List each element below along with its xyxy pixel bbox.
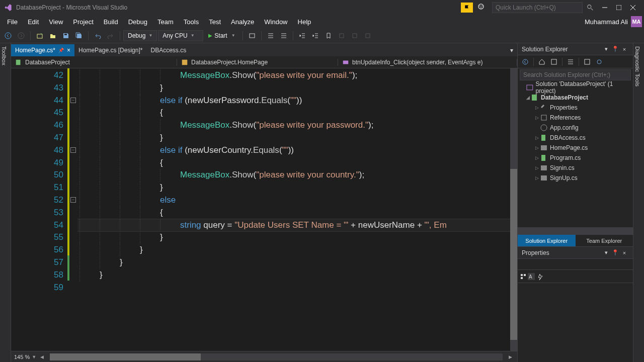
toolbar-btn-6[interactable] xyxy=(362,30,374,42)
menu-tools[interactable]: Tools xyxy=(179,16,204,28)
close-button[interactable] xyxy=(626,3,640,13)
nav-fwd-button[interactable] xyxy=(15,30,27,42)
menu-file[interactable]: File xyxy=(2,16,23,28)
fold-toggle[interactable]: − xyxy=(70,147,76,153)
home-icon[interactable] xyxy=(536,56,547,67)
menu-analyze[interactable]: Analyze xyxy=(226,16,259,28)
method-context[interactable]: btnUpdateInfo_Click(object sender, Event… xyxy=(338,59,517,66)
toolbar-btn-2[interactable] xyxy=(265,30,277,42)
vertical-scrollbar[interactable] xyxy=(510,68,517,351)
svg-rect-28 xyxy=(541,155,545,161)
tab-overflow-button[interactable]: ▾ xyxy=(506,44,517,56)
sync-button[interactable] xyxy=(548,56,559,67)
menu-bar: File Edit View Project Build Debug Team … xyxy=(0,15,644,28)
user-name[interactable]: Muhammad Ali xyxy=(585,18,628,26)
hscroll-right[interactable]: ▶ xyxy=(507,354,514,359)
search-icon[interactable] xyxy=(587,4,594,11)
collapse-button[interactable] xyxy=(565,56,576,67)
main-toolbar: Debug▼ Any CPU▼ ▶Start▼ xyxy=(0,28,644,43)
open-button[interactable] xyxy=(47,30,59,42)
tree-properties[interactable]: ▷Properties xyxy=(518,103,633,113)
vs-logo-icon xyxy=(4,4,12,12)
class-context[interactable]: DatabaseProject.HomePage xyxy=(177,59,338,66)
panel-tab-team[interactable]: Team Explorer xyxy=(576,235,633,246)
toolbar-btn-3[interactable] xyxy=(278,30,290,42)
props-alpha-button[interactable]: A xyxy=(528,273,535,280)
props-categorized-button[interactable] xyxy=(520,273,527,280)
tab-dbaccess[interactable]: DBAccess.cs xyxy=(146,44,190,56)
svg-point-3 xyxy=(588,5,591,9)
tree-homepage[interactable]: ▷HomePage.cs xyxy=(518,143,633,153)
props-pin-button[interactable]: 📍 xyxy=(611,248,620,257)
menu-project[interactable]: Project xyxy=(68,16,98,28)
toolbar-btn-1[interactable] xyxy=(246,30,258,42)
undo-button[interactable] xyxy=(92,30,104,42)
panel-tab-solution[interactable]: Solution Explorer xyxy=(518,235,576,246)
menu-test[interactable]: Test xyxy=(204,16,226,28)
menu-window[interactable]: Window xyxy=(259,16,292,28)
pin-icon[interactable]: 📌 xyxy=(58,48,64,53)
project-context[interactable]: DatabaseProject xyxy=(11,59,177,66)
menu-team[interactable]: Team xyxy=(152,16,179,28)
diagnostic-tools-tab[interactable]: Diagnostic Tools xyxy=(633,43,644,362)
svg-rect-25 xyxy=(541,115,546,120)
outdent-button[interactable] xyxy=(296,30,308,42)
feedback-icon[interactable] xyxy=(477,3,487,13)
code-editor[interactable]: 424344454647484950515253545556575859 −−−… xyxy=(11,68,517,351)
close-icon[interactable]: × xyxy=(67,47,70,54)
solution-search-input[interactable] xyxy=(520,69,631,80)
menu-debug[interactable]: Debug xyxy=(123,16,152,28)
tree-appconfig[interactable]: App.config xyxy=(518,123,633,133)
indent-button[interactable] xyxy=(309,30,321,42)
tree-signup[interactable]: ▷SignUp.cs xyxy=(518,173,633,183)
start-debug-button[interactable]: ▶Start▼ xyxy=(204,31,239,40)
tree-dbaccess[interactable]: ▷DBAccess.cs xyxy=(518,133,633,143)
home-button[interactable] xyxy=(520,56,531,67)
fold-toggle[interactable]: − xyxy=(70,197,76,203)
svg-rect-13 xyxy=(250,34,255,38)
toolbox-tab[interactable]: Toolbox xyxy=(0,43,11,362)
svg-rect-11 xyxy=(37,34,42,38)
new-project-button[interactable] xyxy=(34,30,46,42)
solution-root[interactable]: Solution 'DatabaseProject' (1 project) xyxy=(518,82,633,93)
maximize-button[interactable] xyxy=(612,3,626,13)
notification-flag-icon[interactable] xyxy=(461,3,473,13)
tree-references[interactable]: ▷References xyxy=(518,113,633,123)
tree-program[interactable]: ▷Program.cs xyxy=(518,153,633,163)
nav-back-button[interactable] xyxy=(2,30,14,42)
solution-hscroll[interactable] xyxy=(518,227,633,234)
props-events-button[interactable] xyxy=(537,273,544,280)
refresh-button[interactable] xyxy=(594,56,605,67)
solution-config-select[interactable]: Debug▼ xyxy=(123,30,157,41)
svg-rect-29 xyxy=(541,165,547,170)
tree-signin[interactable]: ▷Signin.cs xyxy=(518,163,633,173)
quick-launch-input[interactable] xyxy=(492,2,583,13)
menu-view[interactable]: View xyxy=(44,16,68,28)
toolbar-btn-5[interactable] xyxy=(349,30,361,42)
props-menu-button[interactable]: ▾ xyxy=(602,248,611,257)
hscroll-left[interactable]: ◀ xyxy=(38,354,46,359)
svg-rect-21 xyxy=(551,59,556,64)
horizontal-scrollbar[interactable] xyxy=(50,353,503,360)
editor-tabs: HomePage.cs*📌× HomePage.cs [Design]* DBA… xyxy=(11,43,517,56)
toolbar-btn-4[interactable] xyxy=(336,30,348,42)
menu-help[interactable]: Help xyxy=(293,16,316,28)
minimize-button[interactable] xyxy=(598,3,612,13)
solution-platform-select[interactable]: Any CPU▼ xyxy=(158,30,203,41)
tab-homepage-design[interactable]: HomePage.cs [Design]* xyxy=(74,44,146,56)
redo-button[interactable] xyxy=(105,30,117,42)
show-all-button[interactable] xyxy=(582,56,593,67)
save-button[interactable] xyxy=(60,30,72,42)
panel-close-button[interactable]: × xyxy=(620,45,629,54)
menu-build[interactable]: Build xyxy=(99,16,123,28)
panel-menu-button[interactable]: ▾ xyxy=(602,45,611,54)
bookmark-button[interactable] xyxy=(323,30,335,42)
tab-homepage-cs[interactable]: HomePage.cs*📌× xyxy=(11,44,74,56)
menu-edit[interactable]: Edit xyxy=(23,16,44,28)
props-close-button[interactable]: × xyxy=(620,248,629,257)
fold-toggle[interactable]: − xyxy=(70,98,76,103)
save-all-button[interactable] xyxy=(73,30,85,42)
user-avatar[interactable]: MA xyxy=(631,16,642,27)
panel-pin-button[interactable]: 📍 xyxy=(611,45,620,54)
zoom-level[interactable]: 145 % xyxy=(14,354,30,360)
